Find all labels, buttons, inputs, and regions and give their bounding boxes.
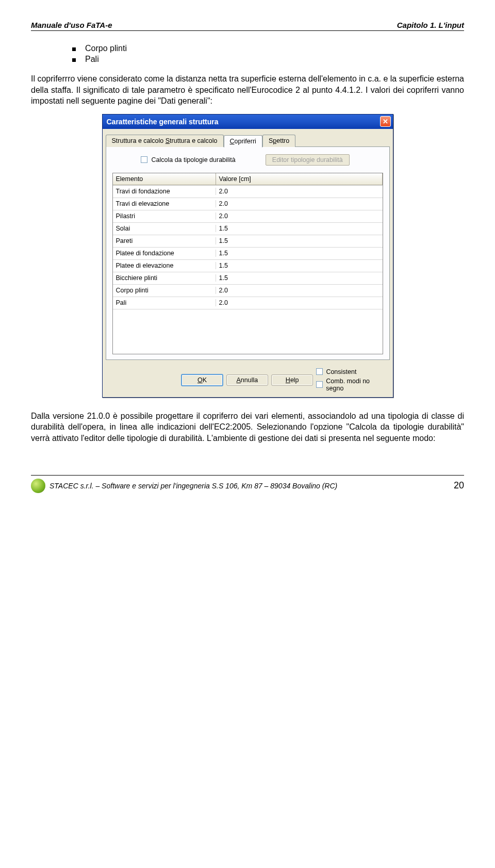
cell-elemento: Pilastri <box>113 212 216 220</box>
cell-elemento: Travi di elevazione <box>113 200 216 207</box>
cell-elemento: Pareti <box>113 237 216 244</box>
cell-valore[interactable]: 2.0 <box>216 200 383 207</box>
table-row[interactable]: Pali2.0 <box>113 297 383 309</box>
table-row[interactable]: Platee di elevazione1.5 <box>113 260 383 272</box>
table-row[interactable]: Bicchiere plinti1.5 <box>113 272 383 285</box>
cell-valore[interactable]: 1.5 <box>216 274 383 282</box>
close-button[interactable]: ✕ <box>380 116 391 127</box>
cell-valore[interactable]: 2.0 <box>216 188 383 195</box>
tab-label: Struttura e calcolo <box>166 137 218 144</box>
cell-elemento: Platee di fondazione <box>113 250 216 257</box>
cell-valore[interactable]: 2.0 <box>216 299 383 306</box>
column-header-elemento[interactable]: Elemento <box>113 173 216 185</box>
cell-elemento: Solai <box>113 225 216 232</box>
bullet-text: Corpo plinti <box>85 44 127 53</box>
help-button[interactable]: Help <box>271 374 313 386</box>
footer-divider <box>31 475 464 476</box>
cell-valore[interactable]: 1.5 <box>216 262 383 269</box>
data-grid: Elemento Valore [cm] Travi di fondazione… <box>112 173 383 354</box>
checkbox-calcola-durabilita[interactable] <box>141 156 147 163</box>
bullet-text: Pali <box>85 55 99 64</box>
column-header-valore[interactable]: Valore [cm] <box>216 173 383 185</box>
checkbox-consistent-label: Consistent <box>326 368 356 375</box>
checkbox-comb-modi[interactable] <box>316 381 323 388</box>
bullet-square-icon <box>72 58 76 62</box>
table-row[interactable]: Travi di elevazione2.0 <box>113 198 383 210</box>
dialog-window: Caratteristiche generali struttura ✕ Str… <box>102 114 393 398</box>
ok-button[interactable]: OK <box>181 374 223 386</box>
cell-elemento: Corpo plinti <box>113 287 216 294</box>
header-right: Capitolo 1. L'input <box>397 21 464 29</box>
tab-copriferri[interactable]: Copriferri <box>224 135 262 148</box>
cell-valore[interactable]: 2.0 <box>216 287 383 294</box>
bullet-item: Corpo plinti <box>72 44 464 53</box>
tab-spettro[interactable]: Spettro <box>262 135 295 147</box>
header-left: Manuale d'uso FaTA-e <box>31 21 112 29</box>
checkbox-comb-modi-label: Comb. modi no segno <box>326 378 388 392</box>
paragraph-1: Il copriferrro viene considerato come la… <box>31 73 464 107</box>
logo-icon <box>31 479 45 493</box>
checkbox-label: Calcola da tipologie durabilità <box>152 156 236 163</box>
cell-elemento: Pali <box>113 299 216 306</box>
cell-elemento: Platee di elevazione <box>113 262 216 269</box>
dialog-titlebar: Caratteristiche generali struttura ✕ <box>103 114 393 129</box>
table-row[interactable]: Corpo plinti2.0 <box>113 285 383 297</box>
close-icon: ✕ <box>383 118 388 125</box>
bullet-item: Pali <box>72 55 464 64</box>
tab-struttura-calcolo[interactable]: Struttura e calcolo Struttura e calcolo … <box>106 135 224 147</box>
table-row[interactable]: Platee di fondazione1.5 <box>113 248 383 260</box>
cell-valore[interactable]: 1.5 <box>216 250 383 257</box>
table-row[interactable]: Travi di fondazione2.0 <box>113 186 383 198</box>
cancel-button[interactable]: Annulla <box>226 374 268 386</box>
tab-label: Spettro <box>269 137 289 144</box>
dialog-title: Caratteristiche generali struttura <box>107 118 219 126</box>
bullet-square-icon <box>72 47 76 51</box>
paragraph-2: Dalla versione 21.0.0 è possibile proget… <box>31 411 464 444</box>
checkbox-consistent[interactable] <box>316 368 323 375</box>
cell-elemento: Bicchiere plinti <box>113 274 216 282</box>
table-row[interactable]: Pilastri2.0 <box>113 210 383 223</box>
editor-tipologie-button: Editor tipologie durabilità <box>266 154 350 166</box>
tab-label: Copriferri <box>230 138 256 145</box>
cell-valore[interactable]: 1.5 <box>216 237 383 244</box>
footer-text: STACEC s.r.l. – Software e servizi per l… <box>50 482 337 490</box>
table-row[interactable]: Pareti1.5 <box>113 235 383 248</box>
cell-valore[interactable]: 2.0 <box>216 212 383 220</box>
header-divider <box>31 30 464 31</box>
cell-elemento: Travi di fondazione <box>113 188 216 195</box>
cell-valore[interactable]: 1.5 <box>216 225 383 232</box>
page-number: 20 <box>454 480 464 491</box>
table-row[interactable]: Solai1.5 <box>113 223 383 235</box>
